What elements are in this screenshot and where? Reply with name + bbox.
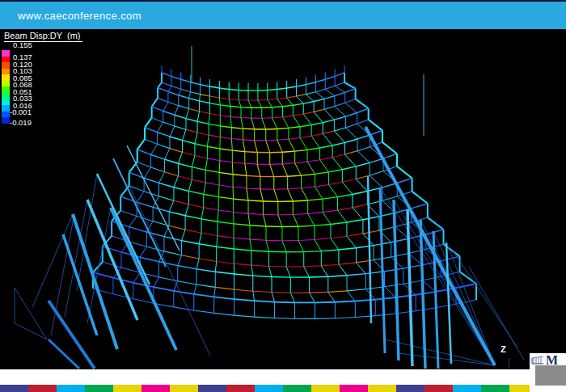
legend-colorbar-segment [2,62,10,69]
strip-cell [170,385,198,392]
legend-colorbar-segment [2,81,10,87]
strip-cell [368,385,396,392]
z-axis-line [509,358,509,368]
strip-cell [57,385,85,392]
strip-cell [142,385,170,392]
legend-colorbar-segment [2,112,10,118]
strip-cell [198,385,226,392]
legend-colorbar-segment [2,57,10,63]
legend-colorbar-segment [2,69,10,75]
strip-cell [0,385,28,392]
strip-cell [453,385,481,392]
strip-cell [283,385,311,392]
legend-value: -0.001 [10,108,32,116]
banner-url-text: www.caeconference.com [18,10,142,22]
strip-cell [28,385,57,392]
strip-cell [424,385,453,392]
legend-value: -0.019 [10,119,32,127]
legend-colorbar [2,50,10,124]
z-axis-label: Z [501,344,506,354]
structure-wireframe[interactable] [0,29,566,369]
legend-colorbar-segment [2,86,10,93]
legend-colorbar-segment [2,74,10,81]
strip-cell [113,385,142,392]
strip-cell [481,385,509,392]
legend-colorbar-segment [2,117,10,124]
strip-cell [255,385,283,392]
strip-cell [226,385,255,392]
legend-value: 0.155 [13,41,32,49]
support-struts [49,127,495,369]
strip-cell [396,385,424,392]
legend-colorbar-segment [2,105,10,112]
legend-colorbar-segment [2,50,10,57]
strip-cell [85,385,113,392]
strip-cell [311,385,340,392]
footer-color-strip [0,385,566,392]
viewport-3d[interactable]: Beam Disp:DY (m) 0.1550.1370.1200.1030.0… [0,29,566,369]
logo-gray-box [535,365,566,386]
strip-cell [340,385,368,392]
top-banner: www.caeconference.com [0,0,566,29]
legend-colorbar-segment [2,93,10,99]
legend-colorbar-segment [2,99,10,106]
